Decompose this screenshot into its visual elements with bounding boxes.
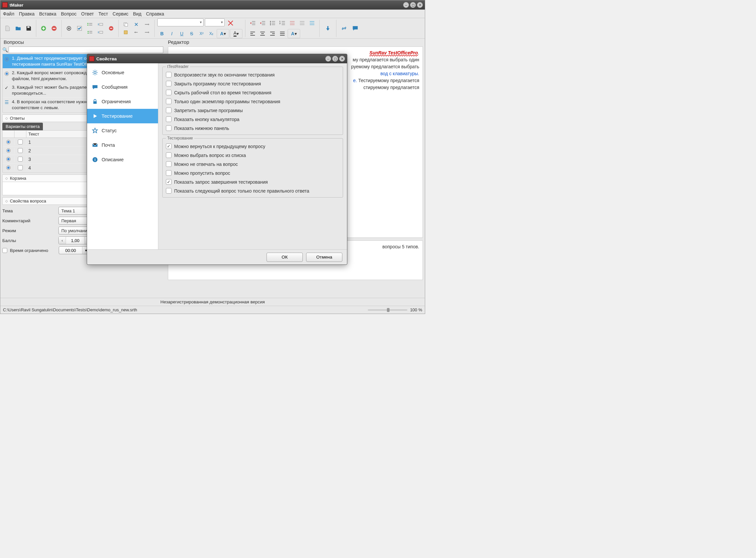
menu-edit[interactable]: Правка <box>19 11 34 17</box>
reader-option-4[interactable]: Запретить закрытие программы <box>166 106 339 115</box>
minimize-button[interactable]: – <box>403 2 409 8</box>
comment-icon[interactable] <box>350 23 360 33</box>
testing-option-0[interactable]: Можно вернуться к предыдущему вопросу <box>166 142 339 151</box>
add-icon[interactable] <box>39 24 48 33</box>
open-file-icon[interactable] <box>14 24 23 33</box>
link-icon[interactable] <box>339 23 349 33</box>
checkbox[interactable] <box>166 99 172 104</box>
outdent-icon[interactable] <box>248 19 257 28</box>
subscript-icon[interactable]: X₂ <box>207 29 216 38</box>
align-center-icon[interactable] <box>258 29 267 38</box>
redo2-icon[interactable] <box>143 29 152 36</box>
superscript-icon[interactable]: X² <box>197 29 206 38</box>
checkbox[interactable] <box>166 117 172 122</box>
clear-icon[interactable] <box>307 19 317 28</box>
reader-option-3[interactable]: Только один экземпляр программы тестиров… <box>166 97 339 106</box>
menu-question[interactable]: Вопрос <box>61 11 77 17</box>
checkbox[interactable] <box>166 161 172 167</box>
checkbox[interactable] <box>166 144 172 149</box>
font-size-combo[interactable]: ▾ <box>205 19 225 26</box>
ok-button[interactable]: ОК <box>267 253 303 262</box>
search-input[interactable] <box>8 47 163 53</box>
align-left-icon[interactable] <box>248 29 257 38</box>
menu-answer[interactable]: Ответ <box>81 11 94 17</box>
editor-link2[interactable]: е. <box>353 78 357 83</box>
score-input[interactable] <box>66 237 84 244</box>
reader-option-0[interactable]: Воспроизвести звук по окончании тестрова… <box>166 70 339 79</box>
down-arrow-icon[interactable] <box>322 23 333 34</box>
testing-option-4[interactable]: Показать запрос завершения тестирования <box>166 177 339 186</box>
text-mode2-icon[interactable]: I <box>96 29 105 36</box>
text-mode-icon[interactable]: I <box>96 21 105 28</box>
nav-general[interactable]: Основные <box>87 65 158 80</box>
menu-file[interactable]: Файл <box>3 11 14 17</box>
menu-service[interactable]: Сервис <box>112 11 128 17</box>
dialog-close[interactable]: ✕ <box>339 56 345 62</box>
line-spacing2-icon[interactable] <box>298 19 307 28</box>
copy-icon[interactable] <box>121 21 131 28</box>
match-mode-icon[interactable] <box>85 29 95 36</box>
save-file-icon[interactable] <box>24 24 33 33</box>
checkbox[interactable] <box>166 125 172 131</box>
clear-format-icon[interactable] <box>226 19 235 28</box>
testing-option-5[interactable]: Показать следующий вопрос только после п… <box>166 186 339 195</box>
line-spacing-icon[interactable] <box>287 19 297 28</box>
close-button[interactable]: ✕ <box>417 2 423 8</box>
new-file-icon[interactable] <box>3 24 12 33</box>
checkbox[interactable] <box>166 179 172 185</box>
testing-option-2[interactable]: Можно не отвечать на вопрос <box>166 160 339 169</box>
timed-checkbox[interactable] <box>2 248 7 253</box>
menu-view[interactable]: Вид <box>133 11 141 17</box>
time-spinner[interactable]: ▾ <box>59 246 90 254</box>
checkbox[interactable] <box>166 170 172 176</box>
text-style-icon[interactable]: A ▾ <box>287 29 300 38</box>
paste-icon[interactable] <box>121 29 131 36</box>
indent-icon[interactable] <box>258 19 267 28</box>
editor-link[interactable]: вод с клавиатуры. <box>380 71 419 76</box>
checkbox[interactable] <box>166 72 172 77</box>
maximize-button[interactable]: ◻ <box>410 2 416 8</box>
radio-mode-icon[interactable] <box>64 24 74 33</box>
checkbox[interactable] <box>166 81 172 86</box>
bold-icon[interactable]: B <box>157 29 167 38</box>
font-family-combo[interactable]: ▾ <box>157 19 203 26</box>
checkbox[interactable] <box>166 90 172 95</box>
time-input[interactable] <box>59 247 82 254</box>
testing-option-3[interactable]: Можно пропустить вопрос <box>166 169 339 177</box>
align-right-icon[interactable] <box>268 29 277 38</box>
reader-option-6[interactable]: Показать нижнюю панель <box>166 124 339 132</box>
score-down[interactable]: ‹ <box>59 237 66 244</box>
menu-insert[interactable]: Вставка <box>39 11 56 17</box>
nav-mail[interactable]: Почта <box>87 138 158 152</box>
checkbox[interactable] <box>166 152 172 158</box>
nav-messages[interactable]: Сообщения <box>87 80 158 94</box>
testing-option-1[interactable]: Можно выбрать вопрос из списка <box>166 151 339 160</box>
zoom-control[interactable]: 100 % <box>368 307 422 312</box>
checkbox[interactable] <box>166 107 172 113</box>
highlight-icon[interactable]: A ▾ <box>230 29 243 38</box>
zoom-slider[interactable] <box>368 309 407 311</box>
nav-status[interactable]: Статус <box>87 123 158 138</box>
bullets-icon[interactable] <box>268 19 277 28</box>
answers-tab[interactable]: Варианты ответа <box>2 123 43 130</box>
list-mode-icon[interactable] <box>85 21 95 28</box>
remove-icon[interactable] <box>49 24 59 33</box>
nav-restrictions[interactable]: Ограничения <box>87 94 158 109</box>
reader-option-5[interactable]: Показать кнопку калькулятора <box>166 115 339 124</box>
check-mode-icon[interactable] <box>75 24 84 33</box>
nav-testing[interactable]: Тестирование <box>87 109 158 123</box>
dialog-maximize[interactable]: ◻ <box>332 56 338 62</box>
underline-icon[interactable]: U <box>177 29 186 38</box>
nav-description[interactable]: iОписание <box>87 152 158 167</box>
redo-icon[interactable] <box>143 21 152 28</box>
numbers-icon[interactable]: 12 <box>278 19 287 28</box>
reader-option-1[interactable]: Закрыть программу после тестирования <box>166 79 339 88</box>
remove-small-icon[interactable] <box>106 24 116 33</box>
strike-icon[interactable]: S <box>187 29 196 38</box>
italic-icon[interactable]: I <box>167 29 176 38</box>
menu-help[interactable]: Справка <box>146 11 164 17</box>
undo-icon[interactable] <box>132 29 141 36</box>
font-color-icon[interactable]: A ▾ <box>217 29 229 38</box>
dialog-minimize[interactable]: – <box>325 56 331 62</box>
cut-icon[interactable] <box>132 21 141 28</box>
